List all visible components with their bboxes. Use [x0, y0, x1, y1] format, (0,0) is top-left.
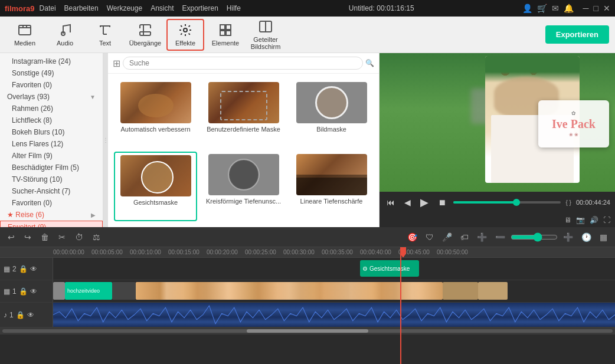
search-input[interactable] [123, 57, 363, 70]
play-prev-button[interactable]: ◀ [402, 196, 413, 208]
video-clip-end2[interactable] [478, 282, 508, 300]
toolbar-medien[interactable]: Medien [6, 19, 44, 51]
zoom-in-button[interactable]: ➕ [560, 231, 576, 243]
left-item-bokeh[interactable]: Bokeh Blurs (10) [0, 126, 103, 138]
timeline-ruler: 00:00:00:00 00:00:05:00 00:00:10:00 00:0… [0, 247, 615, 258]
tag-button[interactable]: 🏷 [457, 231, 472, 243]
track-2-number: 2 [12, 265, 17, 273]
audio-track-number: 1 [9, 311, 14, 319]
progress-bar[interactable] [453, 201, 561, 204]
toolbar-uebergaenge[interactable]: Übergänge [126, 19, 164, 51]
export-button[interactable]: Exportieren [545, 25, 609, 44]
ruler-mark-1: 00:00:05:00 [91, 249, 123, 255]
left-item-lichtfleck[interactable]: Lichtfleck (8) [0, 114, 103, 126]
menu-hilfe[interactable]: Hilfe [227, 4, 241, 12]
motion-button[interactable]: 🎯 [404, 231, 420, 243]
left-item-alter-film[interactable]: Alter Film (9) [0, 150, 103, 162]
left-item-favoriten-2[interactable]: Favoriten (0) [0, 197, 103, 209]
clock-button[interactable]: 🕐 [578, 231, 594, 243]
effect-benutzerdefinierte-maske[interactable]: Benutzerdefinierte Maske [202, 80, 285, 147]
timeline-scrollbar[interactable] [0, 327, 615, 335]
left-item-erweitert[interactable]: Erweitert (9) [0, 221, 103, 227]
minimize-button[interactable]: ─ [583, 4, 589, 13]
progress-handle[interactable] [513, 199, 520, 206]
adjust-button[interactable]: ⚖ [90, 231, 103, 243]
video-clip-start[interactable] [53, 282, 65, 300]
lock-icon-1[interactable]: 🔒 [19, 287, 28, 296]
effect-kreisfoermige[interactable]: Kreisförmige Tiefenunsc... [202, 152, 285, 221]
lock-icon-2[interactable]: 🔒 [19, 265, 28, 273]
toolbar-text[interactable]: Text [86, 19, 124, 51]
video-clip-end1[interactable] [443, 282, 478, 300]
left-item-instagram[interactable]: Instagram-like (24) [0, 55, 103, 67]
zoom-out-button[interactable]: ➖ [492, 231, 508, 243]
zoom-slider[interactable] [511, 232, 558, 242]
cart-icon[interactable]: 🛒 [537, 4, 547, 13]
mic-button[interactable]: 🎤 [439, 231, 455, 243]
track-row-2: ▦ 2 🔒 👁 Gesichtsmaske [0, 258, 615, 280]
toolbar-elemente[interactable]: Elemente [207, 19, 244, 51]
fullscreen-icon[interactable]: ⛶ [603, 216, 610, 224]
left-item-lens[interactable]: Lens Flares (12) [0, 138, 103, 150]
undo-button[interactable]: ↩ [5, 231, 18, 243]
left-item-sucher[interactable]: Sucher-Ansicht (7) [0, 185, 103, 197]
grid-view-toggle[interactable]: ⊞ [113, 58, 120, 69]
eye-icon-1[interactable]: 👁 [30, 287, 37, 296]
mail-icon[interactable]: ✉ [552, 4, 559, 13]
ruler-mark-3: 00:00:15:00 [168, 249, 199, 255]
grid-button[interactable]: ▦ [597, 231, 610, 243]
left-item-sonstige[interactable]: Sonstige (49) [0, 67, 103, 79]
svg-rect-6 [226, 31, 231, 35]
effect-thumb-auto [120, 82, 191, 123]
effect-lineare-tiefe[interactable]: Lineare Tiefenschärfe [290, 152, 373, 221]
add-media-button[interactable]: ➕ [474, 231, 490, 243]
camera-icon[interactable]: 📷 [576, 216, 585, 224]
video-clip-label[interactable]: hochzeitvideo [65, 282, 112, 300]
monitor-icon[interactable]: 🖥 [564, 216, 571, 224]
delete-button[interactable]: 🗑 [38, 231, 52, 243]
effect-auto-verbessern[interactable]: Automatisch verbessern [114, 80, 197, 147]
timer-button[interactable]: ⏱ [72, 231, 86, 243]
video-clip-dark1[interactable] [112, 282, 136, 300]
maximize-button[interactable]: □ [594, 4, 598, 13]
toolbar-effekte[interactable]: Effekte [166, 19, 204, 51]
bell-icon[interactable]: 🔔 [564, 4, 574, 13]
video-track-icon: ▦ [4, 287, 10, 296]
left-item-beschaedigter[interactable]: Beschädigter Film (5) [0, 162, 103, 173]
cut-button[interactable]: ✂ [55, 231, 68, 243]
scrollbar-thumb[interactable] [247, 329, 369, 333]
play-button[interactable]: ▶ [418, 195, 431, 210]
stop-button[interactable]: ⏹ [436, 196, 449, 208]
redo-button[interactable]: ↪ [21, 231, 34, 243]
effect-bildmaske[interactable]: Bildmaske [290, 80, 373, 147]
skip-back-button[interactable]: ⏮ [384, 196, 397, 208]
close-button[interactable]: ✕ [603, 4, 610, 13]
menu-ansicht[interactable]: Ansicht [151, 4, 174, 12]
shield-button[interactable]: 🛡 [423, 231, 437, 243]
left-item-favoriten-1[interactable]: Favoriten (0) [0, 79, 103, 91]
left-item-overlays[interactable]: Overlays (93) ▼ [0, 91, 103, 103]
track-row-1: ▦ 1 🔒 👁 hochzeitvideo [0, 280, 615, 303]
volume-icon[interactable]: 🔊 [590, 216, 598, 224]
toolbar-audio[interactable]: Audio [46, 19, 84, 51]
app-logo: filmora9 [5, 4, 35, 13]
menu-werkzeuge[interactable]: Werkzeuge [107, 4, 142, 12]
preview-panel: ✿ Ive Pack ❀ ❀ ⏮ ◀ ▶ ⏹ { } 00:00:44:24 🖥… [380, 53, 615, 227]
search-icon[interactable]: 🔍 [365, 59, 374, 67]
toolbar-geteilter-bildschirm[interactable]: Geteilter Bildschirm [247, 19, 284, 51]
video-clip-wedding-series[interactable] [136, 282, 443, 300]
menu-datei[interactable]: Datei [40, 4, 56, 12]
eye-icon-2[interactable]: 👁 [30, 265, 37, 273]
menu-bearbeiten[interactable]: Bearbeiten [64, 4, 99, 12]
menu-exportieren[interactable]: Exportieren [182, 4, 218, 12]
panel-resize-handle[interactable]: ⋮ [103, 53, 108, 227]
gesichtsmaske-clip[interactable]: Gesichtsmaske [360, 260, 419, 277]
account-icon[interactable]: 👤 [522, 4, 532, 13]
eye-icon-audio[interactable]: 👁 [27, 311, 34, 319]
lock-icon-audio[interactable]: 🔒 [16, 311, 25, 319]
left-item-reise[interactable]: ★ Reise (6) ▶ [0, 209, 103, 221]
left-item-tv-stoerung[interactable]: TV-Störung (10) [0, 173, 103, 185]
effect-gesichtsmaske[interactable]: Gesichtsmaske [114, 152, 197, 221]
left-item-rahmen[interactable]: Rahmen (26) [0, 103, 103, 114]
ruler-mark-6: 00:00:30:00 [283, 249, 315, 255]
